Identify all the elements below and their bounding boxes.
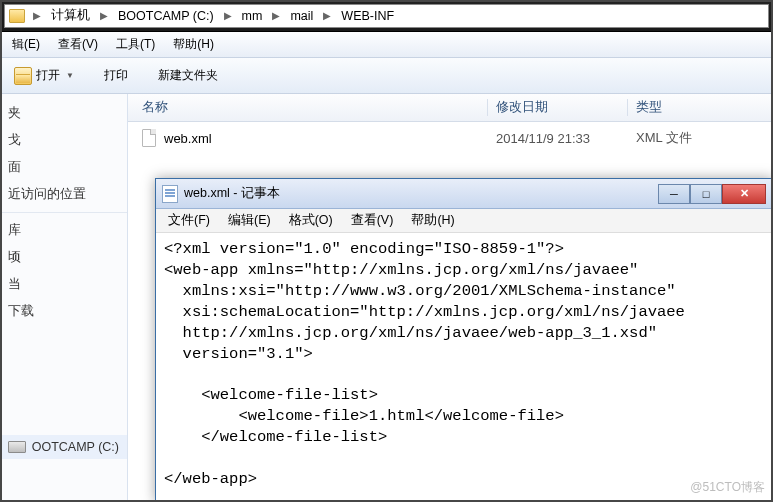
- file-icon: [142, 129, 156, 147]
- notepad-icon: [162, 185, 178, 203]
- sidebar-drive[interactable]: OOTCAMP (C:): [0, 435, 127, 459]
- open-label: 打开: [36, 67, 60, 84]
- file-type: XML 文件: [628, 129, 773, 147]
- sidebar-item[interactable]: 下载: [0, 298, 127, 325]
- column-headers: 名称 修改日期 类型: [128, 94, 773, 122]
- chevron-down-icon: ▼: [66, 71, 74, 80]
- crumb-drive[interactable]: BOOTCAMP (C:): [114, 7, 218, 25]
- sidebar-item[interactable]: 面: [0, 154, 127, 181]
- drive-icon: [8, 441, 26, 453]
- file-name: web.xml: [164, 131, 212, 146]
- notepad-titlebar[interactable]: web.xml - 记事本 ─ □ ✕: [156, 179, 772, 209]
- menu-help[interactable]: 帮助(H): [165, 32, 222, 57]
- sidebar-item[interactable]: 库: [0, 217, 127, 244]
- explorer-toolbar: 打开 ▼ 打印 新建文件夹: [0, 58, 773, 94]
- sidebar-spacer: [0, 325, 127, 435]
- explorer-menubar: 辑(E) 查看(V) 工具(T) 帮助(H): [0, 32, 773, 58]
- crumb-webinf[interactable]: WEB-INF: [337, 7, 398, 25]
- chevron-right-icon: ▶: [96, 8, 112, 23]
- address-bar: ▶ 计算机 ▶ BOOTCAMP (C:) ▶ mm ▶ mail ▶ WEB-…: [0, 0, 773, 32]
- sidebar-item[interactable]: 顷: [0, 244, 127, 271]
- chevron-right-icon: ▶: [319, 8, 335, 23]
- new-folder-button[interactable]: 新建文件夹: [152, 63, 224, 88]
- crumb-computer[interactable]: 计算机: [47, 5, 94, 26]
- col-type[interactable]: 类型: [628, 99, 773, 116]
- folder-icon: [9, 9, 25, 23]
- open-button[interactable]: 打开 ▼: [8, 63, 80, 89]
- maximize-button[interactable]: □: [690, 184, 722, 204]
- breadcrumb-path[interactable]: ▶ 计算机 ▶ BOOTCAMP (C:) ▶ mm ▶ mail ▶ WEB-…: [29, 5, 398, 26]
- chevron-right-icon: ▶: [29, 8, 45, 23]
- crumb-mail[interactable]: mail: [286, 7, 317, 25]
- new-folder-label: 新建文件夹: [158, 67, 218, 84]
- np-menu-view[interactable]: 查看(V): [343, 209, 402, 232]
- sidebar-item[interactable]: 当: [0, 271, 127, 298]
- sidebar-item[interactable]: 夹: [0, 100, 127, 127]
- breadcrumb[interactable]: ▶ 计算机 ▶ BOOTCAMP (C:) ▶ mm ▶ mail ▶ WEB-…: [4, 4, 769, 28]
- menu-edit[interactable]: 辑(E): [4, 32, 48, 57]
- watermark: @51CTO博客: [690, 479, 765, 496]
- minimize-button[interactable]: ─: [658, 184, 690, 204]
- np-menu-help[interactable]: 帮助(H): [403, 209, 462, 232]
- col-name[interactable]: 名称: [128, 99, 488, 116]
- chevron-right-icon: ▶: [268, 8, 284, 23]
- print-label: 打印: [104, 67, 128, 84]
- sidebar-item[interactable]: 近访问的位置: [0, 181, 127, 208]
- notepad-menubar: 文件(F) 编辑(E) 格式(O) 查看(V) 帮助(H): [156, 209, 772, 233]
- menu-tools[interactable]: 工具(T): [108, 32, 163, 57]
- notepad-title: web.xml - 记事本: [184, 185, 658, 202]
- menu-view[interactable]: 查看(V): [50, 32, 106, 57]
- chevron-right-icon: ▶: [220, 8, 236, 23]
- np-menu-file[interactable]: 文件(F): [160, 209, 218, 232]
- file-row[interactable]: web.xml 2014/11/9 21:33 XML 文件: [128, 122, 773, 154]
- drive-label: OOTCAMP (C:): [32, 440, 119, 454]
- notepad-content[interactable]: <?xml version="1.0" encoding="ISO-8859-1…: [156, 233, 772, 501]
- notepad-window: web.xml - 记事本 ─ □ ✕ 文件(F) 编辑(E) 格式(O) 查看…: [155, 178, 773, 502]
- close-button[interactable]: ✕: [722, 184, 766, 204]
- open-icon: [14, 67, 32, 85]
- col-date[interactable]: 修改日期: [488, 99, 628, 116]
- sidebar-item[interactable]: 戈: [0, 127, 127, 154]
- file-date: 2014/11/9 21:33: [488, 131, 628, 146]
- sidebar: 夹 戈 面 近访问的位置 库 顷 当 下载 OOTCAMP (C:): [0, 94, 128, 502]
- np-menu-edit[interactable]: 编辑(E): [220, 209, 279, 232]
- np-menu-format[interactable]: 格式(O): [281, 209, 341, 232]
- crumb-mm[interactable]: mm: [238, 7, 267, 25]
- print-button[interactable]: 打印: [98, 63, 134, 88]
- sidebar-separator: [0, 212, 127, 213]
